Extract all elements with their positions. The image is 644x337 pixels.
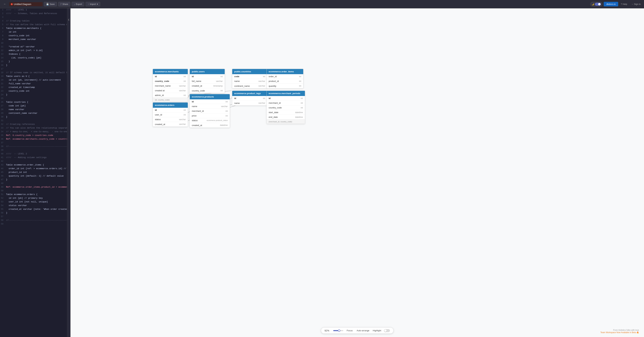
line-content: Table ecommerce.orders {: [5, 193, 38, 196]
table-row: country_code int: [267, 106, 305, 110]
branding-bottom[interactable]: Team Workspace Now Available in Beta 🔥: [600, 331, 639, 334]
code-line: 40//// -- LEVEL 2: [0, 152, 67, 156]
line-number: 23: [0, 90, 5, 93]
table-product-tags-header: ecommerce.product_tags: [232, 91, 267, 96]
code-line: 21 full_name varchar: [0, 82, 67, 86]
line-content: [5, 182, 6, 186]
table-row: country_code int: [153, 79, 188, 84]
line-content: // Creating references: [5, 123, 35, 126]
line-content: //--------------------------------------…: [5, 219, 67, 222]
line-number: 49: [0, 186, 5, 189]
line-number: 48: [0, 182, 5, 186]
import-button[interactable]: ↑ Import ▾: [86, 2, 100, 6]
table-row: order_id int: [267, 74, 303, 79]
table-row: status varchar: [153, 117, 188, 122]
focus-button[interactable]: Focus: [346, 329, 353, 332]
auto-arrange-button[interactable]: Auto-arrange: [356, 329, 370, 332]
line-number: 51: [0, 193, 5, 196]
code-line: 43Table ecommerce.order_items {: [0, 164, 67, 167]
toggle-thumb: [598, 3, 600, 5]
table-row: code int: [232, 74, 267, 79]
back-button[interactable]: ←: [2, 2, 8, 6]
line-number: 17: [0, 68, 5, 71]
line-content: [5, 119, 6, 123]
line-number: 7: [0, 31, 5, 34]
line-content: }: [5, 64, 8, 67]
line-number: 24: [0, 94, 5, 97]
theme-toggle[interactable]: 🌙: [590, 2, 602, 6]
line-number: 43: [0, 164, 5, 167]
import-chevron: ▾: [97, 3, 98, 5]
export-button[interactable]: ↓ Export: [72, 2, 84, 6]
line-number: 27: [0, 104, 5, 108]
line-number: 41: [0, 156, 5, 160]
line-number: 22: [0, 86, 5, 90]
line-number: 56: [0, 212, 5, 215]
diagram-canvas[interactable]: ecommerce.merchants id int country_code …: [70, 8, 644, 337]
table-row: continent_name varchar: [232, 84, 267, 88]
line-content: id int: [5, 31, 16, 34]
line-number: 31: [0, 119, 5, 123]
code-line: 36Ref: ecommerce.merchants.country_code …: [0, 138, 67, 141]
line-number: 34: [0, 130, 5, 134]
line-content: country_code int: [5, 34, 30, 38]
line-number: 1: [0, 8, 5, 12]
code-line: 59: [0, 222, 67, 226]
line-content: [5, 160, 6, 163]
table-products-header: ecommerce.products: [190, 94, 230, 99]
line-number: 10: [0, 42, 5, 45]
line-content: id int [pk, increment] // auto-increment: [5, 79, 61, 82]
code-line: 11 "created at" varchar: [0, 45, 67, 49]
line-content: // If schema name is omitted, it will de…: [5, 71, 67, 75]
line-number: 30: [0, 116, 5, 119]
code-line: 39: [0, 149, 67, 152]
table-merchants-footer: (id, country_code): [153, 98, 188, 102]
line-content: admin_id int [ref: > U.id]: [5, 49, 42, 52]
share-button[interactable]: ⤴ Share: [58, 2, 70, 6]
line-content: country_code int: [5, 90, 30, 93]
code-line: 2//// -- Schemas, Tables and References: [0, 12, 67, 16]
line-number: 15: [0, 60, 5, 64]
zoom-slider[interactable]: [333, 330, 343, 331]
table-users-header: public.users: [190, 69, 225, 74]
save-button[interactable]: 💾 Save: [44, 2, 57, 6]
table-row: name varchar: [232, 101, 267, 106]
toggle-switch[interactable]: [595, 3, 601, 6]
diagram-title[interactable]: Untitled Diagram: [14, 3, 31, 6]
main-layout: 1//// -- LEVEL 12//// -- Schemas, Tables…: [0, 8, 644, 337]
line-content: [5, 42, 6, 45]
line-number: 11: [0, 46, 5, 49]
collapse-panel-button[interactable]: ❮: [67, 8, 70, 337]
code-line: 46 quantity int [default: 1] // default …: [0, 174, 67, 178]
table-row: country_code int: [190, 88, 225, 93]
table-countries-header: public.countries: [232, 69, 267, 74]
line-number: 5: [0, 23, 5, 27]
line-content: id int [pk] // primary key: [5, 197, 42, 200]
line-content: [5, 97, 6, 100]
line-number: 9: [0, 38, 5, 42]
code-editor[interactable]: 1//// -- LEVEL 12//// -- Schemas, Tables…: [0, 8, 67, 337]
table-row: merchant_id int: [267, 101, 305, 106]
line-number: 20: [0, 79, 5, 82]
table-row: id int: [153, 74, 188, 79]
code-line: 55 created_at varchar [note: 'When order…: [0, 208, 67, 212]
line-content: name varchar: [5, 108, 24, 112]
table-order-items-header: ecommerce.order_items: [267, 69, 303, 74]
highlight-toggle[interactable]: [384, 329, 390, 332]
code-line: 13 Indexes {: [0, 53, 67, 56]
help-button[interactable]: ? Help: [620, 2, 628, 6]
line-content: [5, 149, 6, 152]
line-content: Table ecommerce.order_items {: [5, 164, 44, 167]
code-line: 23 country_code int: [0, 90, 67, 93]
line-content: Indexes {: [5, 53, 20, 56]
line-number: 55: [0, 208, 5, 211]
code-line: 17: [0, 68, 67, 71]
table-merchant-periods-header: ecommerce.merchant_periods: [267, 91, 305, 96]
code-line: 37: [0, 141, 67, 145]
line-content: Ref: ecommerce.order_items.product_id > …: [5, 186, 67, 189]
signin-button[interactable]: → Sign in: [630, 2, 642, 6]
line-number: 6: [0, 27, 5, 30]
dbdocs-button[interactable]: dbdocs.io: [604, 2, 618, 6]
line-number: 33: [0, 127, 5, 130]
line-content: Table users as U {: [5, 75, 30, 78]
